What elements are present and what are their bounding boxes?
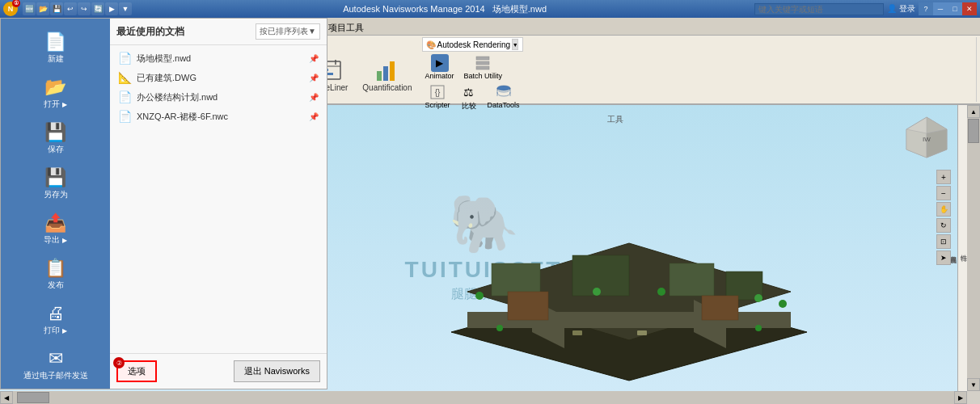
publish-icon: 📋 <box>44 258 66 279</box>
open-folder-icon: 📂 <box>44 77 66 98</box>
export-icon: 📤 <box>44 213 66 234</box>
recent-file-1[interactable]: 📄 场地模型.nwd 📌 <box>113 48 323 68</box>
menu-item-publish[interactable]: 📋 发布 <box>1 251 110 297</box>
menu-item-email[interactable]: ✉ 通过电子邮件发送 <box>1 342 110 387</box>
file-icon-1: 📄 <box>118 52 132 65</box>
recent-file-3[interactable]: 📄 办公楼结构计划.nwd 📌 <box>113 87 323 107</box>
3d-building <box>387 130 872 391</box>
scripter-btn[interactable]: {} Scripter <box>422 82 454 112</box>
batch-utility-btn[interactable]: Batch Utility <box>461 53 506 81</box>
svg-point-31 <box>657 288 665 296</box>
zoom-in-btn[interactable]: + <box>936 170 951 184</box>
file-name-1: 场地模型.nwd <box>137 53 304 65</box>
fit-btn[interactable]: ⊡ <box>936 234 951 249</box>
save-btn[interactable]: 💾 <box>50 2 63 15</box>
recent-files-list: 📄 场地模型.nwd 📌 📐 已有建筑.DWG 📌 📄 办公楼结构计划.nwd … <box>110 45 327 353</box>
pin-icon-4[interactable]: 📌 <box>309 112 319 121</box>
tools-row2: ▶ Animator Batch Utility <box>422 53 523 81</box>
file-name-3: 办公楼结构计划.nwd <box>137 91 304 103</box>
scroll-down-btn[interactable]: ▼ <box>967 378 980 391</box>
open-btn[interactable]: 📂 <box>36 2 49 15</box>
minimize-button[interactable]: ─ <box>933 2 948 15</box>
rendering-label: Autodesk Rendering <box>437 40 511 49</box>
datatools-btn[interactable]: DataTools <box>484 82 523 112</box>
tools-stack-right: 🎨 Autodesk Rendering ▼ ▶ Animator <box>422 37 523 112</box>
tools-group: CD ClashDetective TimeLi <box>254 37 977 102</box>
compare-btn[interactable]: ⚖ 比较 <box>457 82 481 112</box>
recent-file-4[interactable]: 📄 XNZQ-AR-裙楼-6F.nwc 📌 <box>113 107 323 126</box>
dropdown-footer: ② 选项 退出 Navisworks <box>110 353 327 389</box>
svg-text:{}: {} <box>435 88 441 97</box>
undo-btn[interactable]: ↩ <box>64 2 77 15</box>
dropdown-arrow[interactable]: ▼ <box>119 2 132 15</box>
pin-icon-3[interactable]: 📌 <box>309 93 319 102</box>
svg-rect-40 <box>508 292 548 320</box>
sort-dropdown[interactable]: 按已排序列表▼ <box>256 23 320 40</box>
datatools-icon <box>495 83 513 101</box>
svg-point-16 <box>497 86 510 90</box>
scroll-thumb-h[interactable] <box>17 392 49 403</box>
svg-marker-44 <box>906 129 927 158</box>
saveas-icon: 💾 <box>44 167 66 188</box>
search-input[interactable] <box>754 3 884 15</box>
scroll-left-btn[interactable]: ◀ <box>0 391 13 404</box>
exit-button[interactable]: 退出 Navisworks <box>234 360 320 382</box>
pin-icon-1[interactable]: 📌 <box>309 54 319 63</box>
flythrough-btn[interactable]: ➤ <box>936 250 951 265</box>
menu-item-export[interactable]: 📤 导出 <box>1 206 110 251</box>
close-button[interactable]: ✕ <box>962 2 977 15</box>
pan-btn[interactable]: ✋ <box>936 202 951 217</box>
title-bar: N ① 🆕 📂 💾 ↩ ↪ 🔄 ▶ ▼ Autodesk Navisworks … <box>0 0 980 18</box>
tools-group-label: 工具 <box>257 114 973 125</box>
menu-item-save[interactable]: 💾 保存 <box>1 116 110 161</box>
animator-label: Animator <box>425 72 454 80</box>
redo-btn[interactable]: ↪ <box>78 2 91 15</box>
autodesk-rendering-btn[interactable]: 🎨 Autodesk Rendering ▼ <box>422 37 523 52</box>
user-icon[interactable]: 👤 登录 <box>887 3 915 15</box>
help-button[interactable]: ? <box>919 2 933 15</box>
app-logo: N ① <box>3 2 18 16</box>
options-badge: ② <box>113 357 125 368</box>
file-name-2: 已有建筑.DWG <box>137 72 304 84</box>
scroll-right-btn[interactable]: ▶ <box>954 391 967 404</box>
file-icon-2: 📐 <box>118 71 132 84</box>
restore-button[interactable]: □ <box>948 2 962 15</box>
vertical-scrollbar[interactable]: ▲ ▼ <box>967 105 980 391</box>
horizontal-scrollbar[interactable]: ◀ ▶ <box>0 391 967 404</box>
orbit-btn[interactable]: ↻ <box>936 218 951 233</box>
logo-badge: ① <box>12 0 20 7</box>
svg-rect-11 <box>476 57 489 60</box>
menu-item-print[interactable]: 🖨 打印 <box>1 297 110 342</box>
sync-btn[interactable]: 🔄 <box>91 2 104 15</box>
zoom-out-btn[interactable]: − <box>936 186 951 200</box>
scripter-label: Scripter <box>425 101 450 109</box>
svg-rect-9 <box>383 66 388 81</box>
rendering-icon: 🎨 <box>426 40 436 49</box>
rendering-dropdown-arrow[interactable]: ▼ <box>512 39 518 50</box>
file-icon-4: 📄 <box>118 110 132 123</box>
file-icon-3: 📄 <box>118 90 132 103</box>
animator-btn[interactable]: ▶ Animator <box>422 53 458 81</box>
saveas-label: 另存为 <box>44 190 68 200</box>
menu-item-new[interactable]: 📄 新建 <box>1 25 110 70</box>
quantification-btn[interactable]: Quantification <box>357 56 416 94</box>
quantification-label: Quantification <box>362 83 412 92</box>
recent-file-2[interactable]: 📐 已有建筑.DWG 📌 <box>113 68 323 87</box>
open-label: 打开 <box>44 99 66 109</box>
svg-rect-39 <box>572 330 582 335</box>
menu-item-saveas[interactable]: 💾 另存为 <box>1 161 110 206</box>
arrow-btn[interactable]: ▶ <box>105 2 118 15</box>
viewport-tools: + − ✋ ↻ ⊡ ➤ <box>936 170 951 265</box>
new-label: 新建 <box>48 54 64 64</box>
dropdown-left-panel: 📄 新建 📂 打开 💾 保存 💾 另存为 📤 导出 📋 发布 🖨 打印 ✉ <box>1 19 110 389</box>
file-name-4: XNZQ-AR-裙楼-6F.nwc <box>137 111 304 123</box>
new-btn[interactable]: 🆕 <box>23 2 36 15</box>
menu-item-open[interactable]: 📂 打开 <box>1 70 110 116</box>
scripter-icon: {} <box>429 83 446 101</box>
svg-rect-26 <box>670 263 714 296</box>
svg-rect-12 <box>476 61 489 65</box>
dropdown-header: 最近使用的文档 按已排序列表▼ <box>110 19 327 45</box>
batch-utility-label: Batch Utility <box>464 72 503 80</box>
batch-utility-icon <box>474 54 492 72</box>
pin-icon-2[interactable]: 📌 <box>309 74 319 82</box>
